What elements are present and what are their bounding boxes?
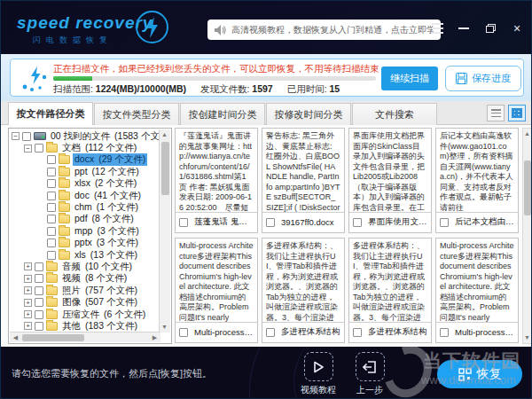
tree-horizontal-scrollbar[interactable]: ◀ ▶	[10, 332, 160, 342]
scroll-left-icon[interactable]: ◀	[10, 332, 21, 343]
file-checkbox[interactable]	[179, 328, 188, 337]
file-checkbox[interactable]	[179, 218, 188, 227]
scrollbar-thumb[interactable]	[524, 160, 531, 215]
file-card[interactable]: 后记本文档由高逸软件(www.gao101.com)整理，所有资料摘自天涯网(w…	[435, 128, 519, 233]
previous-step-button[interactable]: 上一步	[352, 352, 387, 396]
tab-by-modify-time[interactable]: 按修改时间分类	[266, 103, 351, 125]
folder-icon	[59, 251, 70, 260]
tab-by-file-path[interactable]: 按文件路径分类	[8, 102, 93, 125]
file-preview-text: 多进程体系结构：、我们让主进程执行UI、管理Tab和插件进程，称为浏览进程或浏览…	[262, 239, 344, 322]
scrollbar-thumb[interactable]	[161, 142, 169, 195]
tree-item-docx[interactable]: −docx(29 个文件)	[11, 154, 159, 166]
tree-item-found-files[interactable]: −00 找到的文件(1583 个文件)	[11, 130, 159, 142]
tab-file-search[interactable]: 文件搜索	[352, 103, 437, 125]
tree-item-others[interactable]: +其他(183 个文件)	[11, 320, 159, 332]
scroll-up-icon[interactable]: ▲	[159, 129, 170, 140]
folder-icon	[59, 227, 70, 236]
file-checkbox[interactable]	[266, 328, 275, 337]
checkbox[interactable]	[47, 168, 56, 176]
continue-scan-button[interactable]: 继续扫描	[381, 66, 438, 90]
checkbox[interactable]	[47, 227, 56, 236]
scroll-down-icon[interactable]: ▼	[521, 332, 532, 343]
checkbox[interactable]	[35, 144, 43, 153]
checkbox[interactable]	[47, 203, 56, 212]
list-view-icon[interactable]	[487, 105, 505, 121]
tree-item-mpp[interactable]: −mpp(3 个文件)	[11, 225, 159, 237]
expand-icon[interactable]: +	[24, 275, 32, 283]
elapsed-time-value: 15	[330, 83, 340, 94]
tree-item-documents[interactable]: −文档(112 个文件)	[11, 142, 159, 153]
checkbox[interactable]	[47, 155, 56, 164]
checkbox[interactable]	[35, 310, 43, 319]
found-files-value: 1597	[252, 83, 272, 94]
tree-item-chm[interactable]: −chm(1 个文件)	[11, 201, 159, 213]
file-card[interactable]: Multi-process Architecture多进程架构This docu…	[175, 238, 258, 343]
tab-by-file-type[interactable]: 按文件类型分类	[94, 103, 179, 125]
collapse-icon[interactable]: −	[24, 145, 32, 153]
file-card[interactable]: 多进程体系结构：、我们让主进程执行UI、管理Tab和插件进程，称为浏览进程或浏览…	[348, 238, 432, 343]
checkbox[interactable]	[35, 262, 43, 271]
checkbox[interactable]	[47, 192, 56, 200]
recover-button[interactable]: 恢复	[437, 360, 522, 388]
scroll-right-icon[interactable]: ▶	[149, 332, 160, 343]
tree-item-ppt[interactable]: −ppt(12 个文件)	[11, 166, 159, 177]
file-checkbox[interactable]	[266, 218, 275, 227]
grid-vertical-scrollbar[interactable]: ▲ ▼	[522, 128, 532, 344]
checkbox[interactable]	[47, 179, 56, 188]
recover-label: 恢复	[477, 366, 502, 382]
file-card[interactable]: 多进程体系结构：、我们让主进程执行UI、管理Tab和插件进程，称为浏览进程或浏览…	[262, 238, 345, 343]
file-preview-text: 后记本文档由高逸软件(www.gao101.com)整理，所有资料摘自天涯网(w…	[436, 129, 518, 212]
file-card[interactable]: Multi-process Architecture多进程架构This docu…	[435, 238, 519, 343]
tree-vertical-scrollbar[interactable]: ▲ ▼	[159, 129, 170, 332]
checkbox[interactable]	[35, 298, 43, 307]
tutorial-notice-banner[interactable]: 高清视频教程，数据恢复从入门到精通，点击立即学习！	[207, 20, 441, 40]
play-icon	[304, 352, 333, 381]
file-checkbox[interactable]	[353, 218, 362, 227]
tree-item-images[interactable]: +图像(507 个文件)	[11, 296, 159, 308]
scan-range-label: 扫描范围:	[53, 83, 93, 94]
tree-item-pptx[interactable]: −pptx(3 个文件)	[11, 238, 159, 249]
file-card[interactable]: 界面库使用文档把界面库的SkinClass目录加入到编译器的头文件包含目录里，把…	[348, 128, 432, 233]
file-card[interactable]: 『莲蓬鬼话』鬼面讲的鬼故事集网址：http://www.tianya.cn/te…	[175, 128, 258, 233]
menu-icon[interactable]	[430, 22, 444, 35]
tree-item-doc[interactable]: −doc(41 个文件)	[11, 190, 159, 201]
scan-status-box: 正在扫描文件，如果已经找到您丢失的文件，可以立即恢复，不用等待扫描结束！ 扫描范…	[10, 59, 524, 97]
checkbox[interactable]	[35, 322, 43, 331]
minimize-icon[interactable]	[457, 22, 471, 35]
checkbox[interactable]	[35, 274, 43, 283]
tree-item-video[interactable]: +视频(8 个文件)	[11, 273, 159, 285]
tree-item-xls[interactable]: −xls(13 个文件)	[11, 249, 159, 261]
expand-icon[interactable]: +	[24, 286, 32, 294]
file-checkbox[interactable]	[440, 328, 449, 337]
checkbox[interactable]	[47, 239, 56, 247]
window-controls: ×	[430, 22, 524, 35]
collapse-icon[interactable]: −	[12, 132, 20, 140]
video-tutorial-button[interactable]: 视频教程	[301, 352, 336, 396]
checkbox[interactable]	[35, 286, 43, 295]
logo-subtitle: 闪电数据恢复	[17, 35, 153, 46]
tree-item-audio[interactable]: +音频(10 个文件)	[11, 261, 159, 272]
scrollbar-thumb[interactable]	[22, 334, 84, 341]
expand-icon[interactable]: +	[24, 262, 32, 270]
tree-item-xlsx[interactable]: −xlsx(2 个文件)	[11, 178, 159, 190]
expand-icon[interactable]: +	[24, 310, 32, 318]
file-checkbox[interactable]	[353, 328, 362, 337]
restore-icon[interactable]	[483, 22, 497, 35]
checkbox[interactable]	[47, 215, 56, 223]
tree-item-photos[interactable]: +照片(757 个文件)	[11, 285, 159, 296]
checkbox[interactable]	[22, 132, 31, 141]
scroll-up-icon[interactable]: ▲	[521, 129, 532, 139]
tab-by-create-time[interactable]: 按创建时间分类	[180, 103, 265, 125]
file-checkbox[interactable]	[440, 218, 449, 227]
tree-item-pdf[interactable]: −pdf(8 个文件)	[11, 214, 159, 225]
checkbox[interactable]	[47, 251, 56, 260]
folder-icon	[46, 310, 58, 319]
close-icon[interactable]: ×	[510, 22, 524, 35]
file-card[interactable]: 警告标志: 黑三角外边、黄底禁止标志: 红圈外边、白底BOOL ShowNtfs…	[262, 128, 345, 233]
file-preview-text: Multi-process Architecture多进程架构This docu…	[176, 239, 257, 322]
save-progress-button[interactable]: 保存进度	[445, 66, 521, 91]
expand-icon[interactable]: +	[24, 299, 32, 307]
expand-icon[interactable]: +	[24, 322, 32, 330]
grid-view-icon[interactable]	[508, 105, 526, 121]
tree-item-archives[interactable]: +压缩文件(6 个文件)	[11, 309, 159, 320]
